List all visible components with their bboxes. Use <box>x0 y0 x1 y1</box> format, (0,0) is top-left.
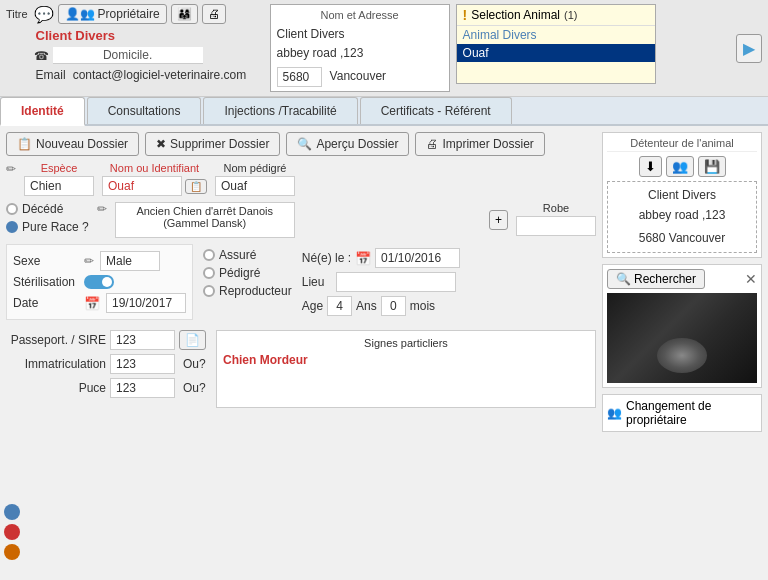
edit-race-button[interactable]: ✏ <box>97 202 107 216</box>
header-section: Titre 💬 👤👥 Propriétaire 👨‍👩‍👧 🖨 Client D… <box>0 0 768 97</box>
phone-icon: ☎ <box>34 49 49 63</box>
pedegre-label: Pédigré <box>219 266 260 280</box>
detenteur-title: Détenteur de l'animal <box>607 137 757 152</box>
ou2-label: Ou? <box>183 381 206 395</box>
nouveau-icon: 📋 <box>17 137 32 151</box>
tab-identite[interactable]: Identité <box>0 97 85 126</box>
client-name-address: Client Divers <box>277 25 443 44</box>
sidebar-icon-orange[interactable] <box>4 544 20 560</box>
nom-identifiant-input[interactable] <box>102 176 182 196</box>
postal-code-input[interactable] <box>277 67 322 87</box>
edit-espece-button[interactable]: ✏ <box>6 162 16 176</box>
changement-text: Changement de propriétaire <box>626 399 757 427</box>
age-ans-input[interactable] <box>327 296 352 316</box>
sexe-input[interactable] <box>100 251 160 271</box>
proprietaire-button[interactable]: 👤👥 Propriétaire <box>58 4 167 24</box>
puce-label: Puce <box>6 381 106 395</box>
detenteur-code-city: 5680 Vancouver <box>612 229 752 248</box>
signes-title: Signes particliers <box>223 337 589 349</box>
group-icon-button[interactable]: 👨‍👩‍👧 <box>171 4 198 24</box>
tab-injections[interactable]: Injections /Tracabilité <box>203 97 357 124</box>
sidebar-icon-blue[interactable] <box>4 504 20 520</box>
selected-animal[interactable]: Ouaf <box>457 44 655 62</box>
calendar-icon[interactable]: 📅 <box>84 296 100 311</box>
chat-icon[interactable]: 💬 <box>34 5 54 24</box>
domicile-input[interactable] <box>53 47 203 64</box>
imprimer-dossier-button[interactable]: 🖨 Imprimer Dossier <box>415 132 544 156</box>
detenteur-address: abbey road ,123 <box>612 206 752 225</box>
tabs-row: Identité Consultations Injections /Traca… <box>0 97 768 126</box>
age-mois-input[interactable] <box>381 296 406 316</box>
date-label: Date <box>13 296 78 310</box>
edit-sexe-button[interactable]: ✏ <box>84 254 94 268</box>
reproducteur-radio[interactable] <box>203 285 215 297</box>
warning-icon: ! <box>463 7 468 23</box>
content-area: 📋 Nouveau Dossier ✖ Supprimer Dossier 🔍 … <box>0 126 768 580</box>
selection-animal-box: ! Selection Animal (1) Animal Divers Oua… <box>456 4 656 84</box>
nom-identifiant-label: Nom ou Identifiant <box>102 162 207 174</box>
assure-radio[interactable] <box>203 249 215 261</box>
detenteur-box: Détenteur de l'animal ⬇ 👥 💾 Client Diver… <box>602 132 762 258</box>
nom-pedegre-input[interactable] <box>215 176 295 196</box>
client-address-line2: abbey road ,123 <box>277 44 443 63</box>
detenteur-down-icon[interactable]: ⬇ <box>639 156 662 177</box>
espece-input[interactable] <box>24 176 94 196</box>
nouveau-dossier-button[interactable]: 📋 Nouveau Dossier <box>6 132 139 156</box>
animal-divers-label[interactable]: Animal Divers <box>457 26 655 44</box>
right-panel: Détenteur de l'animal ⬇ 👥 💾 Client Diver… <box>602 132 762 574</box>
lieu-label: Lieu <box>302 275 332 289</box>
nee-calendar-icon[interactable]: 📅 <box>355 251 371 266</box>
robe-input[interactable] <box>516 216 596 236</box>
decede-radio[interactable] <box>6 203 18 215</box>
race-input[interactable]: Ancien Chien d'arrêt Danois (Gammel Dans… <box>115 202 295 238</box>
rechercher-button[interactable]: 🔍 Rechercher <box>607 269 705 289</box>
nee-le-input[interactable] <box>375 248 460 268</box>
ou1-label: Ou? <box>183 357 206 371</box>
pure-race-label: Pure Race ? <box>22 220 89 234</box>
animal-photo <box>607 293 757 383</box>
immatriculation-input[interactable] <box>110 354 175 374</box>
client-name: Client Divers <box>34 28 115 43</box>
assure-label: Assuré <box>219 248 256 262</box>
pure-race-radio[interactable] <box>6 221 18 233</box>
date-input[interactable] <box>106 293 186 313</box>
animal-count: (1) <box>564 9 577 21</box>
sidebar-icon-red[interactable] <box>4 524 20 540</box>
nom-pedegre-label: Nom pédigré <box>215 162 295 174</box>
ans-label: Ans <box>356 299 377 313</box>
puce-input[interactable] <box>110 378 175 398</box>
copy-icon-button[interactable]: 📋 <box>185 179 207 194</box>
detenteur-group-icon[interactable]: 👥 <box>666 156 694 177</box>
pedegre-radio[interactable] <box>203 267 215 279</box>
sterilisation-label: Stérilisation <box>13 275 78 289</box>
lieu-input[interactable] <box>336 272 456 292</box>
mois-label: mois <box>410 299 435 313</box>
passeport-input[interactable] <box>110 330 175 350</box>
espece-label: Espèce <box>24 162 94 174</box>
nom-adresse-box: Nom et Adresse Client Divers abbey road … <box>270 4 450 92</box>
expand-button[interactable]: ▶ <box>736 34 762 63</box>
main-container: Titre 💬 👤👥 Propriétaire 👨‍👩‍👧 🖨 Client D… <box>0 0 768 580</box>
apercu-dossier-button[interactable]: 🔍 Aperçu Dossier <box>286 132 409 156</box>
passeport-icon-button[interactable]: 📄 <box>179 330 206 350</box>
email-value: contact@logiciel-veterinaire.com <box>73 68 247 82</box>
print-icon-button[interactable]: 🖨 <box>202 4 226 24</box>
imprimer-icon: 🖨 <box>426 137 438 151</box>
robe-label: Robe <box>516 202 596 214</box>
rechercher-close-button[interactable]: ✕ <box>745 271 757 287</box>
city-value: Vancouver <box>330 67 386 87</box>
left-content: 📋 Nouveau Dossier ✖ Supprimer Dossier 🔍 … <box>6 132 596 574</box>
tab-certificats[interactable]: Certificats - Référent <box>360 97 512 124</box>
supprimer-icon: ✖ <box>156 137 166 151</box>
sterilisation-toggle[interactable] <box>84 275 114 289</box>
supprimer-dossier-button[interactable]: ✖ Supprimer Dossier <box>145 132 280 156</box>
nee-le-label: Né(e) le : <box>302 251 351 265</box>
tab-consultations[interactable]: Consultations <box>87 97 202 124</box>
changement-box[interactable]: 👥 Changement de propriétaire <box>602 394 762 432</box>
age-label: Age <box>302 299 323 313</box>
decede-label: Décédé <box>22 202 63 216</box>
add-race-button[interactable]: + <box>489 210 508 230</box>
detenteur-save-icon[interactable]: 💾 <box>698 156 726 177</box>
detenteur-content: Client Divers abbey road ,123 5680 Vanco… <box>607 181 757 253</box>
rechercher-icon: 🔍 <box>616 272 631 286</box>
